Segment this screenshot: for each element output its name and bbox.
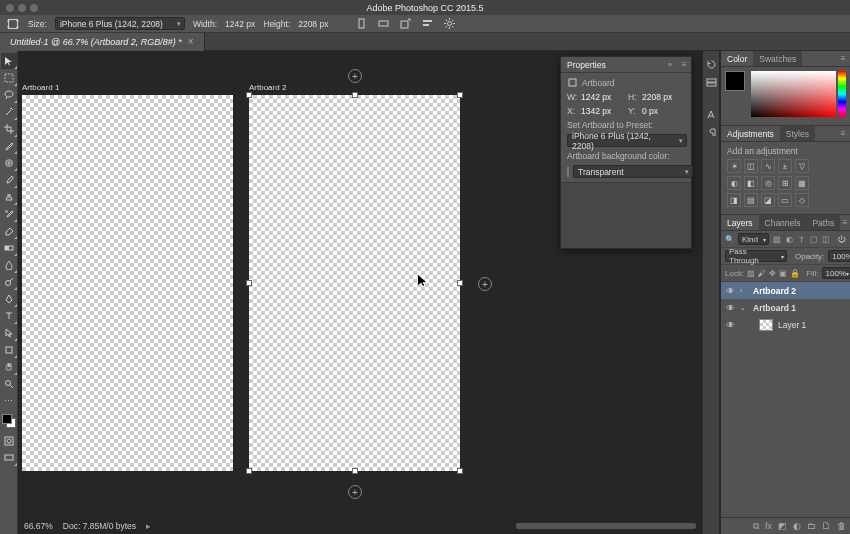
width-value[interactable]: 1242 px <box>225 19 255 29</box>
artboard-1[interactable]: Artboard 1 <box>22 95 233 471</box>
layer-thumbnail[interactable] <box>759 319 773 331</box>
pen-tool[interactable] <box>1 291 17 307</box>
eraser-tool[interactable] <box>1 223 17 239</box>
exposure-adjust-icon[interactable]: ± <box>778 159 792 173</box>
filter-adjust-icon[interactable]: ◐ <box>784 234 793 245</box>
character-panel-icon[interactable] <box>704 107 718 121</box>
filter-smart-icon[interactable]: ◫ <box>821 234 830 245</box>
type-tool[interactable] <box>1 308 17 324</box>
visibility-toggle-icon[interactable]: 👁 <box>725 303 735 313</box>
shape-tool[interactable] <box>1 342 17 358</box>
disclosure-icon[interactable]: › <box>740 287 748 294</box>
posterize-adjust-icon[interactable]: ▤ <box>744 193 758 207</box>
eyedropper-tool[interactable] <box>1 138 17 154</box>
tab-adjustments[interactable]: Adjustments <box>721 126 780 141</box>
visibility-toggle-icon[interactable]: 👁 <box>725 320 735 330</box>
resize-handle-ne[interactable] <box>457 92 463 98</box>
new-group-icon[interactable]: 🗀 <box>807 521 816 531</box>
resize-handle-nw[interactable] <box>246 92 252 98</box>
photofilter-adjust-icon[interactable]: ◎ <box>761 176 775 190</box>
prop-h-value[interactable]: 2208 px <box>642 92 685 102</box>
paragraph-panel-icon[interactable] <box>704 125 718 139</box>
fg-bg-color-swatch[interactable] <box>2 414 16 428</box>
resize-handle-se[interactable] <box>457 468 463 474</box>
layer-fx-icon[interactable]: fx <box>765 521 772 531</box>
color-sample-swatch[interactable] <box>725 71 745 91</box>
lasso-tool[interactable] <box>1 87 17 103</box>
filter-toggle-icon[interactable]: ⏻ <box>837 234 846 245</box>
new-layer-with-artboard-icon[interactable] <box>398 17 412 31</box>
artboard-1-label[interactable]: Artboard 1 <box>22 83 59 92</box>
resize-handle-n[interactable] <box>352 92 358 98</box>
minimize-window-icon[interactable] <box>18 4 26 12</box>
prop-preset-select[interactable]: iPhone 6 Plus (1242, 2208) <box>567 134 687 147</box>
options-gear-icon[interactable] <box>442 17 456 31</box>
disclosure-icon[interactable]: ⌄ <box>740 304 748 312</box>
layer-artboard-2[interactable]: 👁 › Artboard 2 <box>721 282 850 299</box>
layers-panel-menu-icon[interactable]: ≡ <box>840 215 850 230</box>
prop-y-value[interactable]: 0 px <box>642 106 685 116</box>
status-caret-icon[interactable]: ▸ <box>146 521 151 531</box>
blur-tool[interactable] <box>1 257 17 273</box>
lock-pixels-icon[interactable]: 🖌 <box>758 268 766 279</box>
prop-bg-select[interactable]: Transparent <box>573 165 693 178</box>
delete-layer-icon[interactable]: 🗑 <box>837 521 846 531</box>
edit-toolbar-icon[interactable]: ⋯ <box>1 393 17 409</box>
layer-artboard-1[interactable]: 👁 ⌄ Artboard 1 <box>721 299 850 316</box>
resize-handle-w[interactable] <box>246 280 252 286</box>
magic-wand-tool[interactable] <box>1 104 17 120</box>
threshold-adjust-icon[interactable]: ◪ <box>761 193 775 207</box>
gradient-tool[interactable] <box>1 240 17 256</box>
close-tab-icon[interactable]: × <box>188 36 194 47</box>
levels-adjust-icon[interactable]: ◫ <box>744 159 758 173</box>
hue-adjust-icon[interactable]: ◐ <box>727 176 741 190</box>
zoom-window-icon[interactable] <box>30 4 38 12</box>
tab-properties[interactable]: Properties <box>561 60 612 70</box>
resize-handle-e[interactable] <box>457 280 463 286</box>
path-select-tool[interactable] <box>1 325 17 341</box>
gradientmap-adjust-icon[interactable]: ▭ <box>778 193 792 207</box>
adjustments-panel-menu-icon[interactable]: ≡ <box>836 126 850 141</box>
tab-color[interactable]: Color <box>721 51 753 66</box>
layer-mask-icon[interactable]: ◩ <box>778 521 787 531</box>
crop-tool[interactable] <box>1 121 17 137</box>
color-spectrum[interactable] <box>751 71 836 117</box>
lock-all-icon[interactable]: 🔒 <box>790 268 800 279</box>
layer-layer-1[interactable]: 👁 Layer 1 <box>721 316 850 333</box>
filter-pixel-icon[interactable]: ▨ <box>772 234 781 245</box>
filter-type-icon[interactable]: T <box>797 234 806 245</box>
doc-info[interactable]: Doc: 7.85M/0 bytes <box>63 521 136 531</box>
tab-styles[interactable]: Styles <box>780 126 815 141</box>
filter-kind-select[interactable]: Kind <box>738 233 769 245</box>
prop-bg-swatch[interactable] <box>567 167 569 177</box>
color-panel-menu-icon[interactable]: ≡ <box>836 51 850 66</box>
hand-tool[interactable] <box>1 359 17 375</box>
link-layers-icon[interactable]: ⧉ <box>753 521 759 532</box>
add-artboard-top-icon[interactable]: + <box>348 69 362 83</box>
tab-swatches[interactable]: Swatches <box>753 51 802 66</box>
artboard-2[interactable]: Artboard 2 <box>249 95 460 471</box>
brush-tool[interactable] <box>1 172 17 188</box>
move-tool[interactable] <box>1 53 17 69</box>
libraries-panel-icon[interactable] <box>704 75 718 89</box>
prop-w-value[interactable]: 1242 px <box>581 92 624 102</box>
prop-x-value[interactable]: 1342 px <box>581 106 624 116</box>
brightness-adjust-icon[interactable]: ☀ <box>727 159 741 173</box>
fill-select[interactable]: 100% <box>822 267 850 279</box>
add-artboard-right-icon[interactable]: + <box>478 277 492 291</box>
curves-adjust-icon[interactable]: ∿ <box>761 159 775 173</box>
screen-mode-icon[interactable] <box>1 450 17 466</box>
invert-adjust-icon[interactable]: ◨ <box>727 193 741 207</box>
blend-mode-select[interactable]: Pass Through <box>725 250 787 262</box>
lock-artboard-icon[interactable]: ▣ <box>779 268 787 279</box>
artboard-tool-icon[interactable] <box>6 17 20 31</box>
vibrance-adjust-icon[interactable]: ▽ <box>795 159 809 173</box>
artboard-2-label[interactable]: Artboard 2 <box>249 83 286 92</box>
orientation-landscape-icon[interactable] <box>376 17 390 31</box>
new-layer-icon[interactable]: 🗋 <box>822 521 831 531</box>
resize-handle-sw[interactable] <box>246 468 252 474</box>
lock-position-icon[interactable]: ✥ <box>769 268 776 279</box>
close-window-icon[interactable] <box>6 4 14 12</box>
dodge-tool[interactable] <box>1 274 17 290</box>
history-panel-icon[interactable] <box>704 57 718 71</box>
